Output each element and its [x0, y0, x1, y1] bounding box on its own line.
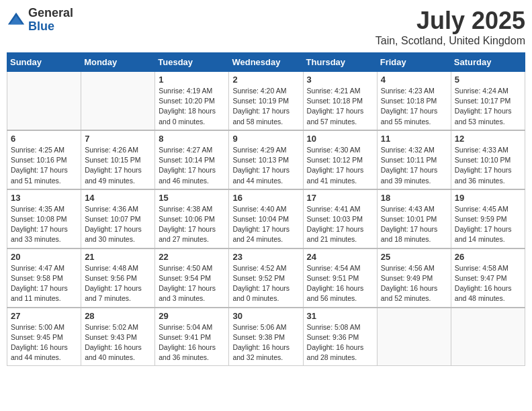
calendar-cell: 17Sunrise: 4:41 AM Sunset: 10:03 PM Dayl… — [303, 189, 377, 248]
day-number: 21 — [85, 252, 151, 262]
day-number: 2 — [232, 75, 299, 85]
logo-text: General Blue — [28, 7, 73, 34]
calendar-cell — [377, 308, 451, 366]
day-info: Sunrise: 4:45 AM Sunset: 9:59 PM Dayligh… — [455, 204, 521, 245]
logo-blue: Blue — [28, 20, 73, 34]
page-header: General Blue July 2025 Tain, Scotland, U… — [7, 7, 525, 47]
day-info: Sunrise: 4:56 AM Sunset: 9:49 PM Dayligh… — [381, 263, 447, 304]
col-header-monday: Monday — [81, 53, 155, 72]
calendar-week-row: 20Sunrise: 4:47 AM Sunset: 9:58 PM Dayli… — [7, 248, 525, 308]
day-number: 28 — [85, 311, 151, 321]
calendar-cell: 21Sunrise: 4:48 AM Sunset: 9:56 PM Dayli… — [81, 248, 155, 308]
day-number: 19 — [455, 193, 521, 203]
day-info: Sunrise: 5:04 AM Sunset: 9:41 PM Dayligh… — [159, 322, 225, 363]
calendar-cell: 28Sunrise: 5:02 AM Sunset: 9:43 PM Dayli… — [81, 308, 155, 366]
col-header-saturday: Saturday — [451, 53, 525, 72]
calendar-cell: 27Sunrise: 5:00 AM Sunset: 9:45 PM Dayli… — [7, 308, 81, 366]
day-number: 7 — [85, 134, 151, 144]
calendar-cell: 10Sunrise: 4:30 AM Sunset: 10:12 PM Dayl… — [303, 130, 377, 189]
calendar-cell: 9Sunrise: 4:29 AM Sunset: 10:13 PM Dayli… — [229, 130, 303, 189]
calendar-cell: 30Sunrise: 5:06 AM Sunset: 9:38 PM Dayli… — [229, 308, 303, 366]
calendar-cell: 2Sunrise: 4:20 AM Sunset: 10:19 PM Dayli… — [229, 72, 303, 130]
day-number: 4 — [381, 75, 447, 85]
calendar-week-row: 27Sunrise: 5:00 AM Sunset: 9:45 PM Dayli… — [7, 308, 525, 366]
logo-general: General — [28, 7, 73, 20]
col-header-tuesday: Tuesday — [155, 53, 229, 72]
day-number: 30 — [232, 311, 299, 321]
day-info: Sunrise: 4:40 AM Sunset: 10:04 PM Daylig… — [232, 204, 299, 245]
logo-icon — [7, 11, 26, 30]
day-number: 11 — [381, 134, 447, 144]
col-header-friday: Friday — [377, 53, 451, 72]
day-number: 3 — [307, 75, 373, 85]
day-number: 6 — [11, 134, 77, 144]
day-info: Sunrise: 4:23 AM Sunset: 10:18 PM Daylig… — [381, 86, 447, 127]
day-number: 12 — [455, 134, 521, 144]
day-number: 22 — [159, 252, 225, 262]
calendar-cell: 14Sunrise: 4:36 AM Sunset: 10:07 PM Dayl… — [81, 189, 155, 248]
day-info: Sunrise: 4:47 AM Sunset: 9:58 PM Dayligh… — [11, 263, 77, 304]
calendar-cell: 15Sunrise: 4:38 AM Sunset: 10:06 PM Dayl… — [155, 189, 229, 248]
calendar-cell: 22Sunrise: 4:50 AM Sunset: 9:54 PM Dayli… — [155, 248, 229, 308]
day-number: 25 — [381, 252, 447, 262]
day-number: 1 — [159, 75, 225, 85]
calendar-cell: 4Sunrise: 4:23 AM Sunset: 10:18 PM Dayli… — [377, 72, 451, 130]
calendar-cell: 8Sunrise: 4:27 AM Sunset: 10:14 PM Dayli… — [155, 130, 229, 189]
day-info: Sunrise: 4:32 AM Sunset: 10:11 PM Daylig… — [381, 145, 447, 186]
calendar-cell — [7, 72, 81, 130]
calendar-cell: 26Sunrise: 4:58 AM Sunset: 9:47 PM Dayli… — [451, 248, 525, 308]
calendar-cell: 19Sunrise: 4:45 AM Sunset: 9:59 PM Dayli… — [451, 189, 525, 248]
calendar-table: SundayMondayTuesdayWednesdayThursdayFrid… — [7, 52, 525, 366]
day-info: Sunrise: 4:19 AM Sunset: 10:20 PM Daylig… — [159, 86, 225, 127]
day-number: 18 — [381, 193, 447, 203]
day-info: Sunrise: 4:33 AM Sunset: 10:10 PM Daylig… — [455, 145, 521, 186]
day-info: Sunrise: 4:48 AM Sunset: 9:56 PM Dayligh… — [85, 263, 151, 304]
day-info: Sunrise: 4:52 AM Sunset: 9:52 PM Dayligh… — [232, 263, 299, 304]
day-number: 13 — [11, 193, 77, 203]
day-info: Sunrise: 4:50 AM Sunset: 9:54 PM Dayligh… — [159, 263, 225, 304]
day-info: Sunrise: 4:43 AM Sunset: 10:01 PM Daylig… — [381, 204, 447, 245]
day-number: 27 — [11, 311, 77, 321]
calendar-cell: 20Sunrise: 4:47 AM Sunset: 9:58 PM Dayli… — [7, 248, 81, 308]
day-number: 5 — [455, 75, 521, 85]
day-number: 31 — [307, 311, 373, 321]
col-header-sunday: Sunday — [7, 53, 81, 72]
calendar-cell: 23Sunrise: 4:52 AM Sunset: 9:52 PM Dayli… — [229, 248, 303, 308]
day-info: Sunrise: 4:26 AM Sunset: 10:15 PM Daylig… — [85, 145, 151, 186]
col-header-wednesday: Wednesday — [229, 53, 303, 72]
calendar-cell: 11Sunrise: 4:32 AM Sunset: 10:11 PM Dayl… — [377, 130, 451, 189]
calendar-cell: 12Sunrise: 4:33 AM Sunset: 10:10 PM Dayl… — [451, 130, 525, 189]
day-number: 17 — [307, 193, 373, 203]
title-block: July 2025 Tain, Scotland, United Kingdom — [375, 7, 525, 47]
calendar-cell: 24Sunrise: 4:54 AM Sunset: 9:51 PM Dayli… — [303, 248, 377, 308]
day-number: 24 — [307, 252, 373, 262]
day-number: 15 — [159, 193, 225, 203]
calendar-cell: 6Sunrise: 4:25 AM Sunset: 10:16 PM Dayli… — [7, 130, 81, 189]
calendar-cell: 3Sunrise: 4:21 AM Sunset: 10:18 PM Dayli… — [303, 72, 377, 130]
day-number: 10 — [307, 134, 373, 144]
calendar-cell: 18Sunrise: 4:43 AM Sunset: 10:01 PM Dayl… — [377, 189, 451, 248]
calendar-cell: 16Sunrise: 4:40 AM Sunset: 10:04 PM Dayl… — [229, 189, 303, 248]
day-number: 16 — [232, 193, 299, 203]
calendar-cell: 7Sunrise: 4:26 AM Sunset: 10:15 PM Dayli… — [81, 130, 155, 189]
day-info: Sunrise: 4:25 AM Sunset: 10:16 PM Daylig… — [11, 145, 77, 186]
calendar-week-row: 13Sunrise: 4:35 AM Sunset: 10:08 PM Dayl… — [7, 189, 525, 248]
calendar-week-row: 6Sunrise: 4:25 AM Sunset: 10:16 PM Dayli… — [7, 130, 525, 189]
logo: General Blue — [7, 7, 73, 34]
day-info: Sunrise: 4:36 AM Sunset: 10:07 PM Daylig… — [85, 204, 151, 245]
calendar-week-row: 1Sunrise: 4:19 AM Sunset: 10:20 PM Dayli… — [7, 72, 525, 130]
calendar-cell — [451, 308, 525, 366]
calendar-cell: 5Sunrise: 4:24 AM Sunset: 10:17 PM Dayli… — [451, 72, 525, 130]
day-info: Sunrise: 4:30 AM Sunset: 10:12 PM Daylig… — [307, 145, 373, 186]
day-info: Sunrise: 4:27 AM Sunset: 10:14 PM Daylig… — [159, 145, 225, 186]
day-info: Sunrise: 4:54 AM Sunset: 9:51 PM Dayligh… — [307, 263, 373, 304]
day-info: Sunrise: 4:21 AM Sunset: 10:18 PM Daylig… — [307, 86, 373, 127]
location-subtitle: Tain, Scotland, United Kingdom — [375, 35, 525, 47]
day-number: 23 — [232, 252, 299, 262]
col-header-thursday: Thursday — [303, 53, 377, 72]
day-info: Sunrise: 4:29 AM Sunset: 10:13 PM Daylig… — [232, 145, 299, 186]
day-info: Sunrise: 5:02 AM Sunset: 9:43 PM Dayligh… — [85, 322, 151, 363]
month-year-title: July 2025 — [375, 7, 525, 35]
day-number: 8 — [159, 134, 225, 144]
day-number: 26 — [455, 252, 521, 262]
